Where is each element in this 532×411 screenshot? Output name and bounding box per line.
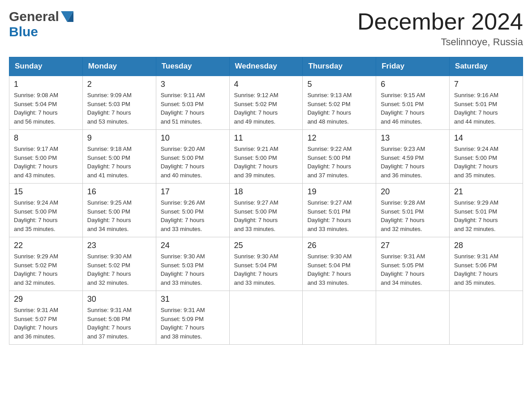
calendar-table: SundayMondayTuesdayWednesdayThursdayFrid… [9, 57, 523, 345]
day-info: Sunrise: 9:31 AMSunset: 5:06 PMDaylight:… [454, 252, 518, 287]
calendar-week-2: 8 Sunrise: 9:17 AMSunset: 5:00 PMDayligh… [9, 130, 523, 184]
day-info: Sunrise: 9:30 AMSunset: 5:04 PMDaylight:… [234, 252, 298, 287]
day-info: Sunrise: 9:25 AMSunset: 5:00 PMDaylight:… [87, 198, 151, 233]
day-number: 15 [14, 187, 78, 197]
day-number: 29 [14, 295, 78, 304]
logo-icon [61, 11, 73, 22]
day-number: 1 [14, 80, 78, 89]
day-info: Sunrise: 9:20 AMSunset: 5:00 PMDaylight:… [161, 145, 225, 180]
weekday-header-monday: Monday [82, 57, 156, 76]
calendar-cell: 17 Sunrise: 9:26 AMSunset: 5:00 PMDaylig… [156, 184, 229, 237]
logo-blue-text: Blue [9, 24, 38, 39]
weekday-header-friday: Friday [376, 57, 450, 76]
day-number: 12 [307, 133, 371, 143]
day-info: Sunrise: 9:24 AMSunset: 5:00 PMDaylight:… [454, 145, 518, 180]
calendar-week-1: 1 Sunrise: 9:08 AMSunset: 5:04 PMDayligh… [9, 76, 523, 130]
day-info: Sunrise: 9:17 AMSunset: 5:00 PMDaylight:… [14, 145, 78, 180]
day-info: Sunrise: 9:11 AMSunset: 5:03 PMDaylight:… [161, 91, 225, 126]
logo: General Blue [9, 9, 73, 39]
day-info: Sunrise: 9:24 AMSunset: 5:00 PMDaylight:… [14, 198, 78, 233]
calendar-cell: 9 Sunrise: 9:18 AMSunset: 5:00 PMDayligh… [82, 130, 156, 184]
day-number: 14 [454, 133, 518, 143]
day-info: Sunrise: 9:23 AMSunset: 4:59 PMDaylight:… [381, 145, 445, 180]
weekday-header-saturday: Saturday [450, 57, 523, 76]
day-info: Sunrise: 9:27 AMSunset: 5:00 PMDaylight:… [234, 198, 298, 233]
day-number: 30 [87, 295, 151, 304]
day-number: 21 [454, 187, 518, 197]
weekday-header-row: SundayMondayTuesdayWednesdayThursdayFrid… [9, 57, 523, 76]
day-number: 19 [307, 187, 371, 197]
calendar-cell: 14 Sunrise: 9:24 AMSunset: 5:00 PMDaylig… [450, 130, 523, 184]
calendar-title: December 2024 [357, 9, 523, 34]
day-info: Sunrise: 9:28 AMSunset: 5:01 PMDaylight:… [381, 198, 445, 233]
day-number: 5 [307, 80, 371, 89]
day-number: 28 [454, 241, 518, 250]
calendar-cell: 20 Sunrise: 9:28 AMSunset: 5:01 PMDaylig… [376, 184, 450, 237]
calendar-cell: 29 Sunrise: 9:31 AMSunset: 5:07 PMDaylig… [9, 291, 83, 345]
weekday-header-sunday: Sunday [9, 57, 83, 76]
calendar-cell: 28 Sunrise: 9:31 AMSunset: 5:06 PMDaylig… [450, 237, 523, 291]
calendar-cell: 13 Sunrise: 9:23 AMSunset: 4:59 PMDaylig… [376, 130, 450, 184]
day-info: Sunrise: 9:15 AMSunset: 5:01 PMDaylight:… [381, 91, 445, 126]
calendar-cell: 31 Sunrise: 9:31 AMSunset: 5:09 PMDaylig… [156, 291, 229, 345]
calendar-week-3: 15 Sunrise: 9:24 AMSunset: 5:00 PMDaylig… [9, 184, 523, 237]
day-info: Sunrise: 9:30 AMSunset: 5:02 PMDaylight:… [87, 252, 151, 287]
day-number: 26 [307, 241, 371, 250]
title-block: December 2024 Tselinnoye, Russia [357, 9, 523, 48]
day-number: 16 [87, 187, 151, 197]
day-number: 2 [87, 80, 151, 89]
weekday-header-wednesday: Wednesday [229, 57, 303, 76]
day-info: Sunrise: 9:30 AMSunset: 5:03 PMDaylight:… [161, 252, 225, 287]
calendar-cell [229, 291, 303, 345]
logo-general-text: General [9, 9, 59, 24]
day-number: 13 [381, 133, 445, 143]
day-number: 20 [381, 187, 445, 197]
calendar-cell [303, 291, 376, 345]
calendar-cell: 22 Sunrise: 9:29 AMSunset: 5:02 PMDaylig… [9, 237, 83, 291]
day-number: 17 [161, 187, 225, 197]
calendar-cell: 10 Sunrise: 9:20 AMSunset: 5:00 PMDaylig… [156, 130, 229, 184]
day-info: Sunrise: 9:26 AMSunset: 5:00 PMDaylight:… [161, 198, 225, 233]
day-info: Sunrise: 9:13 AMSunset: 5:02 PMDaylight:… [307, 91, 371, 126]
day-info: Sunrise: 9:29 AMSunset: 5:02 PMDaylight:… [14, 252, 78, 287]
calendar-cell: 6 Sunrise: 9:15 AMSunset: 5:01 PMDayligh… [376, 76, 450, 130]
calendar-cell: 23 Sunrise: 9:30 AMSunset: 5:02 PMDaylig… [82, 237, 156, 291]
calendar-cell: 11 Sunrise: 9:21 AMSunset: 5:00 PMDaylig… [229, 130, 303, 184]
day-info: Sunrise: 9:31 AMSunset: 5:09 PMDaylight:… [161, 306, 225, 341]
day-number: 22 [14, 241, 78, 250]
day-info: Sunrise: 9:21 AMSunset: 5:00 PMDaylight:… [234, 145, 298, 180]
calendar-cell [450, 291, 523, 345]
calendar-week-5: 29 Sunrise: 9:31 AMSunset: 5:07 PMDaylig… [9, 291, 523, 345]
calendar-cell: 15 Sunrise: 9:24 AMSunset: 5:00 PMDaylig… [9, 184, 83, 237]
day-number: 3 [161, 80, 225, 89]
calendar-cell: 30 Sunrise: 9:31 AMSunset: 5:08 PMDaylig… [82, 291, 156, 345]
day-number: 9 [87, 133, 151, 143]
calendar-cell: 25 Sunrise: 9:30 AMSunset: 5:04 PMDaylig… [229, 237, 303, 291]
weekday-header-tuesday: Tuesday [156, 57, 229, 76]
calendar-cell: 7 Sunrise: 9:16 AMSunset: 5:01 PMDayligh… [450, 76, 523, 130]
calendar-cell: 12 Sunrise: 9:22 AMSunset: 5:00 PMDaylig… [303, 130, 376, 184]
day-info: Sunrise: 9:18 AMSunset: 5:00 PMDaylight:… [87, 145, 151, 180]
calendar-cell: 1 Sunrise: 9:08 AMSunset: 5:04 PMDayligh… [9, 76, 83, 130]
day-number: 8 [14, 133, 78, 143]
day-number: 10 [161, 133, 225, 143]
page-header: General Blue December 2024 Tselinnoye, R… [9, 9, 523, 48]
day-info: Sunrise: 9:31 AMSunset: 5:05 PMDaylight:… [381, 252, 445, 287]
day-number: 27 [381, 241, 445, 250]
day-info: Sunrise: 9:16 AMSunset: 5:01 PMDaylight:… [454, 91, 518, 126]
calendar-cell: 26 Sunrise: 9:30 AMSunset: 5:04 PMDaylig… [303, 237, 376, 291]
day-number: 31 [161, 295, 225, 304]
calendar-cell: 24 Sunrise: 9:30 AMSunset: 5:03 PMDaylig… [156, 237, 229, 291]
calendar-cell: 21 Sunrise: 9:29 AMSunset: 5:01 PMDaylig… [450, 184, 523, 237]
day-info: Sunrise: 9:29 AMSunset: 5:01 PMDaylight:… [454, 198, 518, 233]
day-number: 6 [381, 80, 445, 89]
day-number: 23 [87, 241, 151, 250]
day-number: 18 [234, 187, 298, 197]
weekday-header-thursday: Thursday [303, 57, 376, 76]
day-info: Sunrise: 9:31 AMSunset: 5:07 PMDaylight:… [14, 306, 78, 341]
calendar-cell [376, 291, 450, 345]
calendar-cell: 4 Sunrise: 9:12 AMSunset: 5:02 PMDayligh… [229, 76, 303, 130]
day-info: Sunrise: 9:12 AMSunset: 5:02 PMDaylight:… [234, 91, 298, 126]
day-info: Sunrise: 9:22 AMSunset: 5:00 PMDaylight:… [307, 145, 371, 180]
day-info: Sunrise: 9:31 AMSunset: 5:08 PMDaylight:… [87, 306, 151, 341]
